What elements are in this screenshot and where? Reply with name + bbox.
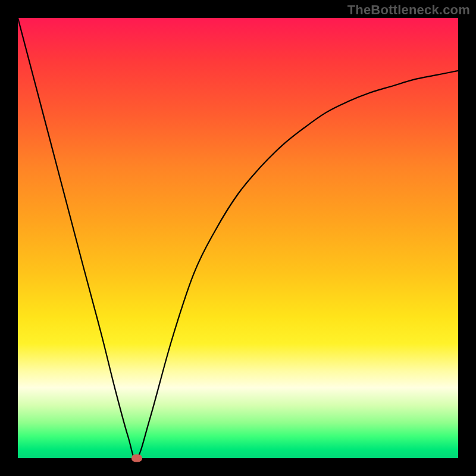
bottleneck-curve — [18, 18, 458, 458]
chart-container: TheBottleneck.com — [0, 0, 476, 476]
optimal-point-marker — [131, 455, 142, 462]
plot-area — [18, 18, 458, 458]
watermark-text: TheBottleneck.com — [347, 2, 470, 18]
